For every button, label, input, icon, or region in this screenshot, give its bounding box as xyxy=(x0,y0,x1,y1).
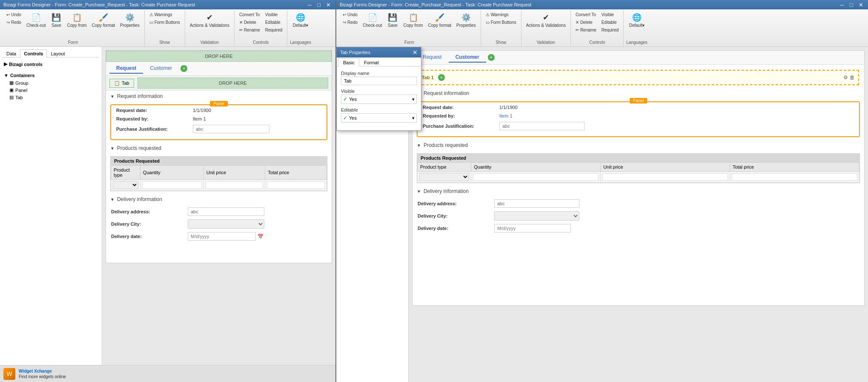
actions-validations-button-right[interactable]: ✔ Actions & Validations xyxy=(524,11,568,29)
rename-button-right[interactable]: ✏ Rename xyxy=(573,26,599,34)
col-unit-price: Unit price xyxy=(203,166,265,180)
warnings-button[interactable]: ⚠ Warnings xyxy=(147,11,182,18)
sidebar-tab-data[interactable]: Data xyxy=(3,49,20,57)
tab1-delete-button[interactable]: 🗑 xyxy=(850,75,855,80)
undo-button-right[interactable]: ↩ Undo xyxy=(341,11,360,18)
minimize-btn-left[interactable]: ─ xyxy=(306,1,313,9)
dialog-tab-basic[interactable]: Basic xyxy=(338,58,359,66)
form-tab-customer[interactable]: Customer xyxy=(143,63,179,74)
visible-button[interactable]: Visible xyxy=(263,11,285,18)
save-button-right[interactable]: 💾 Save xyxy=(385,11,400,29)
right-delivery-address-input[interactable] xyxy=(494,199,579,208)
undo-button[interactable]: ↩ Undo xyxy=(4,11,23,18)
actions-validations-button[interactable]: ✔ Actions & Validations xyxy=(188,11,232,29)
validation-group-label-right: Validation xyxy=(537,40,555,46)
unit-price-input[interactable] xyxy=(206,181,264,189)
sidebar-item-tab[interactable]: ▤ Tab xyxy=(3,94,99,101)
right-delivery-section-header[interactable]: ▼ Delivery information xyxy=(413,186,864,197)
editable-button-right[interactable]: Editable xyxy=(599,19,621,26)
right-requested-by-value: Item 1 xyxy=(499,113,513,118)
delivery-city-row: Delivery City: xyxy=(111,219,327,229)
visible-select[interactable]: ✓ Yes ▾ xyxy=(341,95,417,104)
ribbon-form-group-right: ↩ Undo ↪ Redo 📄 Check-out 💾 xyxy=(338,10,481,46)
tab1-add-button[interactable]: + xyxy=(438,74,445,81)
right-products-section-header[interactable]: ▼ Products requested xyxy=(413,140,864,151)
visible-button-right[interactable]: Visible xyxy=(599,11,621,18)
delivery-address-input[interactable] xyxy=(188,207,264,216)
convert-to-button-right[interactable]: Convert To xyxy=(573,11,599,18)
delete-button[interactable]: ✕ Delete xyxy=(237,19,262,26)
right-request-section-header[interactable]: ▼ Request information xyxy=(413,88,864,99)
calendar-icon[interactable]: 📅 xyxy=(258,234,264,239)
minimize-btn-right[interactable]: ─ xyxy=(838,1,846,9)
product-type-select[interactable] xyxy=(113,181,138,189)
products-section-header[interactable]: ▼ Products requested xyxy=(106,143,332,154)
editable-select[interactable]: ✓ Yes ▾ xyxy=(341,113,417,123)
form-tab-request[interactable]: Request xyxy=(109,63,143,74)
checkout-button[interactable]: 📄 Check-out xyxy=(24,11,48,29)
required-button[interactable]: Required xyxy=(263,26,285,34)
default-language-button-right[interactable]: 🌐 Default▾ xyxy=(627,11,647,29)
tab1-gear-button[interactable]: ⚙ xyxy=(843,75,848,80)
tab-control-item[interactable]: 📋 Tab xyxy=(109,79,134,88)
chevron-request-icon: ▼ xyxy=(110,94,115,99)
right-delivery-date-input[interactable] xyxy=(494,224,571,233)
containers-header[interactable]: ▼ Containers xyxy=(3,72,99,79)
justification-row: Purchase Justification: xyxy=(116,125,321,133)
sidebar-item-group[interactable]: ▦ Group xyxy=(3,79,99,86)
right-unit-price-input[interactable] xyxy=(602,173,728,181)
right-quantity-input[interactable] xyxy=(473,173,599,181)
right-products-section: Products Requested Product type Quantity… xyxy=(417,153,860,183)
left-sidebar: Data Controls Layout ▶ Bizagi controls ▼… xyxy=(0,47,102,365)
redo-button-right[interactable]: ↪ Redo xyxy=(341,19,360,26)
bizagi-controls-header[interactable]: ▶ Bizagi controls xyxy=(3,60,99,68)
delete-button-right[interactable]: ✕ Delete xyxy=(573,19,599,26)
required-button-right[interactable]: Required xyxy=(599,26,621,34)
editable-button[interactable]: Editable xyxy=(263,19,285,26)
right-product-type-select[interactable] xyxy=(419,173,469,181)
properties-button[interactable]: ⚙️ Properties xyxy=(118,11,142,29)
display-name-input[interactable] xyxy=(341,77,417,85)
form-buttons-button-right[interactable]: ▭ Form Buttons xyxy=(484,19,519,26)
default-language-button[interactable]: 🌐 Default▾ xyxy=(291,11,311,29)
add-tab-button[interactable]: + xyxy=(180,65,187,72)
convert-to-button[interactable]: Convert To xyxy=(237,11,262,18)
right-chevron-products-icon: ▼ xyxy=(417,143,421,148)
rename-button[interactable]: ✏ Rename xyxy=(237,26,262,34)
request-info-section-header[interactable]: ▼ Request information xyxy=(106,91,332,102)
dialog-close-button[interactable]: ✕ xyxy=(413,49,418,56)
right-col-product-type: Product type xyxy=(418,163,471,172)
sidebar-tab-layout[interactable]: Layout xyxy=(47,49,69,57)
copy-format-button[interactable]: 🖌️ Copy format xyxy=(90,11,117,29)
save-button[interactable]: 💾 Save xyxy=(49,11,64,29)
delivery-date-input[interactable] xyxy=(188,232,256,241)
justification-input[interactable] xyxy=(193,125,269,133)
sidebar-item-panel[interactable]: ▣ Panel xyxy=(3,86,99,94)
redo-button[interactable]: ↪ Redo xyxy=(4,19,23,26)
checkout-button-right[interactable]: 📄 Check-out xyxy=(361,11,384,29)
right-form-tab-customer[interactable]: Customer xyxy=(449,52,486,63)
sidebar-tab-controls[interactable]: Controls xyxy=(20,49,47,57)
copy-format-button-right[interactable]: 🖌️ Copy format xyxy=(426,11,453,29)
right-justification-input[interactable] xyxy=(499,122,584,130)
right-delivery-city-select[interactable] xyxy=(494,211,579,221)
warnings-button-right[interactable]: ⚠ Warnings xyxy=(484,11,519,18)
form-buttons-button[interactable]: ▭ Form Buttons xyxy=(147,19,182,26)
delivery-section-header[interactable]: ▼ Delivery information xyxy=(106,194,332,205)
maximize-btn-right[interactable]: □ xyxy=(848,1,855,9)
right-add-tab-button[interactable]: + xyxy=(488,54,495,61)
panel-label: Panel xyxy=(210,101,228,106)
copy-from-button[interactable]: 📋 Copy from xyxy=(65,11,89,29)
widget-title[interactable]: Widget Xchange xyxy=(19,368,66,374)
delivery-city-select[interactable] xyxy=(188,219,264,229)
dialog-tab-format[interactable]: Format xyxy=(359,58,384,66)
total-price-input[interactable] xyxy=(267,181,325,189)
tab1-selected: Tab 1 + ⚙ 🗑 xyxy=(418,70,859,85)
quantity-input[interactable] xyxy=(142,181,202,189)
close-btn-left[interactable]: ✕ xyxy=(324,1,332,9)
maximize-btn-left[interactable]: □ xyxy=(315,1,323,9)
close-btn-right[interactable]: ✕ xyxy=(857,1,865,9)
properties-button-right[interactable]: ⚙️ Properties xyxy=(454,11,478,29)
copy-from-button-right[interactable]: 📋 Copy from xyxy=(401,11,425,29)
right-total-price-input[interactable] xyxy=(732,173,857,181)
